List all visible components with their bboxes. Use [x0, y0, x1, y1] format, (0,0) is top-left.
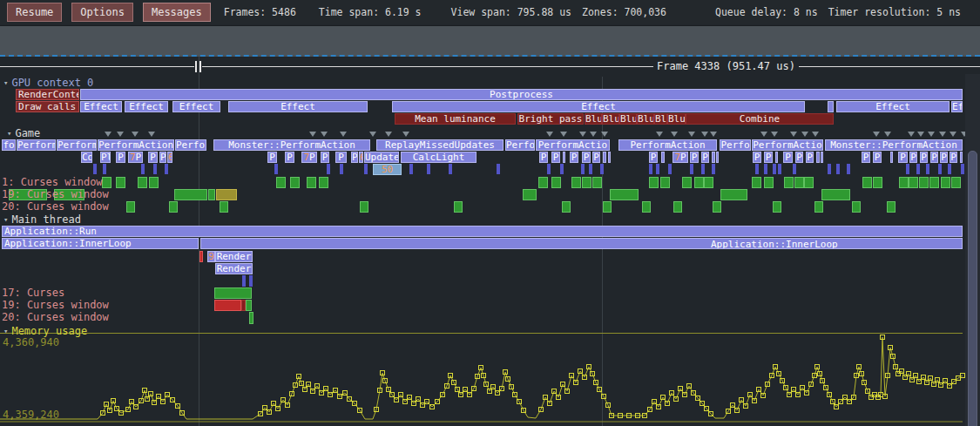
zone-span[interactable] [563, 152, 565, 163]
timeline-row-label[interactable]: Draw calls [16, 101, 79, 112]
collapsed-zone-tick[interactable] [916, 164, 920, 174]
message-marker-icon[interactable] [908, 132, 915, 137]
zone-span[interactable] [821, 152, 823, 163]
zone-span[interactable]: P [539, 152, 548, 163]
lock-blocked-span[interactable] [214, 300, 241, 311]
lock-held-span[interactable] [752, 177, 761, 188]
collapsed-zone-tick[interactable] [589, 164, 592, 174]
lock-held-span[interactable] [899, 177, 909, 188]
message-marker-icon[interactable] [950, 132, 956, 137]
message-marker-icon[interactable] [105, 132, 112, 137]
lock-held-span[interactable] [873, 177, 882, 188]
lock-held-span[interactable] [784, 177, 794, 188]
collapsed-zone-tick[interactable] [755, 164, 759, 174]
message-marker-icon[interactable] [771, 132, 778, 137]
lock-held-span[interactable] [592, 177, 602, 188]
message-marker-icon[interactable] [590, 132, 597, 137]
zone-span[interactable]: P [862, 152, 870, 163]
lock-held-span[interactable] [649, 177, 659, 188]
lock-held-span[interactable] [642, 201, 651, 213]
zone-span[interactable]: P [649, 152, 658, 163]
zone-span[interactable] [775, 152, 778, 163]
collapsed-zones-badge[interactable]: 50 [373, 164, 402, 175]
zone-span[interactable]: Perform [17, 139, 56, 151]
zone-span[interactable]: P [873, 152, 882, 163]
lock-held-span[interactable] [660, 177, 670, 188]
timeline-row-label[interactable]: RenderConte [16, 89, 79, 100]
zone-span[interactable] [828, 101, 834, 112]
zone-span[interactable]: 6 [359, 152, 363, 163]
message-marker-icon[interactable] [117, 132, 124, 137]
lock-held-span[interactable] [713, 201, 721, 213]
message-marker-icon[interactable] [560, 132, 567, 137]
frame-label[interactable]: Frame 4338 (951.47 us) [653, 61, 799, 72]
message-marker-icon[interactable] [801, 132, 808, 137]
zone-span[interactable] [603, 152, 606, 163]
gpu-zone-span[interactable]: Blur [667, 113, 686, 125]
gpu-zone-span[interactable]: Mean luminance [395, 113, 516, 125]
zone-span[interactable]: Render [215, 251, 253, 262]
lock-held-span[interactable] [603, 201, 612, 213]
lock-held-span[interactable] [610, 189, 639, 200]
zone-span[interactable]: Perfor [175, 139, 206, 151]
collapsed-zone-tick[interactable] [701, 164, 705, 174]
collapsed-zone-tick[interactable] [690, 164, 693, 174]
zone-span[interactable] [661, 152, 665, 163]
zone-span[interactable]: P [690, 152, 699, 163]
zone-span[interactable]: P [898, 152, 908, 163]
lock-held-span[interactable] [821, 189, 850, 200]
zone-span[interactable]: Perform [57, 139, 97, 151]
zone-span[interactable] [716, 152, 719, 163]
zone-span[interactable]: 7P [672, 152, 688, 163]
lock-held-span[interactable] [562, 201, 571, 213]
collapsed-zone-tick[interactable] [560, 164, 564, 174]
lock-held-span[interactable] [794, 177, 804, 188]
gpu-zone-span[interactable]: Blur [602, 113, 619, 125]
collapsed-zone-tick[interactable] [836, 164, 840, 174]
collapsed-zone-tick[interactable] [340, 164, 343, 174]
lock-held-span[interactable] [116, 177, 125, 188]
messages-button[interactable]: Messages [143, 3, 211, 22]
collapsed-zone-tick[interactable] [409, 164, 413, 174]
collapsed-zone-tick[interactable] [327, 164, 330, 174]
lock-held-span[interactable] [814, 201, 823, 213]
gpu-zone-span[interactable]: Combine [686, 113, 834, 125]
zone-span[interactable] [960, 152, 963, 163]
collapsed-zone-tick[interactable] [93, 164, 97, 174]
scrollbar-thumb[interactable] [968, 151, 977, 426]
collapsed-zone-tick[interactable] [793, 164, 796, 174]
collapsed-zone-tick[interactable] [274, 164, 278, 174]
zone-span[interactable]: P [806, 152, 814, 163]
collapsed-zone-tick[interactable] [938, 164, 942, 174]
message-marker-icon[interactable] [917, 132, 924, 137]
collapsed-zone-tick[interactable] [926, 164, 929, 174]
zone-span[interactable]: PerformActio [752, 139, 823, 151]
zone-span[interactable]: Monster::PerformAction [213, 139, 370, 151]
lock-held-span[interactable] [149, 177, 159, 188]
gpu-zone-span[interactable]: Blur [637, 113, 654, 125]
lock-held-span[interactable] [551, 177, 561, 188]
collapsed-zone-tick[interactable] [906, 164, 909, 174]
lock-held-span[interactable] [773, 201, 781, 213]
zone-span[interactable]: P [920, 152, 928, 163]
collapsed-zone-tick[interactable] [497, 164, 500, 174]
lock-held-span[interactable] [704, 177, 713, 188]
zone-span[interactable]: PerformAction [618, 139, 717, 151]
zone-span[interactable]: Pl [100, 152, 111, 163]
lock-held-span[interactable] [174, 189, 207, 200]
message-marker-icon[interactable] [884, 132, 891, 137]
collapsed-zone-tick[interactable] [847, 164, 850, 174]
message-marker-icon[interactable] [385, 132, 392, 137]
zone-span[interactable]: P [570, 152, 578, 163]
message-marker-icon[interactable] [939, 132, 946, 137]
lock-held-span[interactable] [214, 287, 252, 299]
message-marker-icon[interactable] [701, 132, 708, 137]
lock-held-span[interactable] [764, 177, 774, 188]
message-marker-icon[interactable] [579, 132, 586, 137]
zone-span[interactable]: Effect [836, 101, 950, 112]
zone-span[interactable]: P [159, 152, 166, 163]
collapsed-zone-tick[interactable] [764, 164, 767, 174]
message-marker-icon[interactable] [402, 132, 409, 137]
lock-held-span[interactable] [208, 189, 215, 200]
message-marker-icon[interactable] [148, 132, 155, 137]
